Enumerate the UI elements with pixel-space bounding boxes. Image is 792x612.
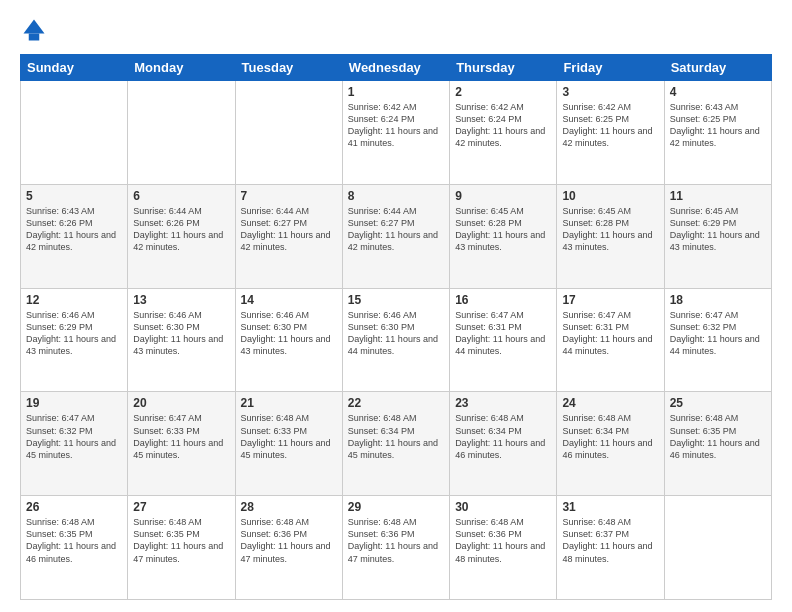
day-number: 12 <box>26 293 122 307</box>
weekday-header-thursday: Thursday <box>450 55 557 81</box>
day-info: Sunrise: 6:46 AMSunset: 6:30 PMDaylight:… <box>241 309 337 358</box>
day-info: Sunrise: 6:46 AMSunset: 6:30 PMDaylight:… <box>348 309 444 358</box>
day-number: 9 <box>455 189 551 203</box>
calendar-cell: 19Sunrise: 6:47 AMSunset: 6:32 PMDayligh… <box>21 392 128 496</box>
day-number: 17 <box>562 293 658 307</box>
calendar-cell: 3Sunrise: 6:42 AMSunset: 6:25 PMDaylight… <box>557 81 664 185</box>
day-number: 13 <box>133 293 229 307</box>
calendar-cell: 16Sunrise: 6:47 AMSunset: 6:31 PMDayligh… <box>450 288 557 392</box>
calendar-cell <box>128 81 235 185</box>
day-info: Sunrise: 6:48 AMSunset: 6:34 PMDaylight:… <box>562 412 658 461</box>
calendar-cell: 4Sunrise: 6:43 AMSunset: 6:25 PMDaylight… <box>664 81 771 185</box>
calendar-cell: 17Sunrise: 6:47 AMSunset: 6:31 PMDayligh… <box>557 288 664 392</box>
day-info: Sunrise: 6:48 AMSunset: 6:33 PMDaylight:… <box>241 412 337 461</box>
day-info: Sunrise: 6:48 AMSunset: 6:35 PMDaylight:… <box>26 516 122 565</box>
day-number: 4 <box>670 85 766 99</box>
day-info: Sunrise: 6:48 AMSunset: 6:36 PMDaylight:… <box>455 516 551 565</box>
day-info: Sunrise: 6:45 AMSunset: 6:28 PMDaylight:… <box>455 205 551 254</box>
calendar-cell: 6Sunrise: 6:44 AMSunset: 6:26 PMDaylight… <box>128 184 235 288</box>
day-info: Sunrise: 6:45 AMSunset: 6:28 PMDaylight:… <box>562 205 658 254</box>
day-info: Sunrise: 6:47 AMSunset: 6:31 PMDaylight:… <box>455 309 551 358</box>
day-info: Sunrise: 6:48 AMSunset: 6:37 PMDaylight:… <box>562 516 658 565</box>
day-info: Sunrise: 6:42 AMSunset: 6:24 PMDaylight:… <box>455 101 551 150</box>
day-info: Sunrise: 6:48 AMSunset: 6:35 PMDaylight:… <box>670 412 766 461</box>
weekday-header-saturday: Saturday <box>664 55 771 81</box>
day-info: Sunrise: 6:47 AMSunset: 6:31 PMDaylight:… <box>562 309 658 358</box>
day-number: 30 <box>455 500 551 514</box>
day-info: Sunrise: 6:48 AMSunset: 6:36 PMDaylight:… <box>348 516 444 565</box>
day-number: 2 <box>455 85 551 99</box>
week-row-1: 1Sunrise: 6:42 AMSunset: 6:24 PMDaylight… <box>21 81 772 185</box>
day-number: 23 <box>455 396 551 410</box>
calendar-cell: 9Sunrise: 6:45 AMSunset: 6:28 PMDaylight… <box>450 184 557 288</box>
calendar-cell: 7Sunrise: 6:44 AMSunset: 6:27 PMDaylight… <box>235 184 342 288</box>
header <box>20 16 772 44</box>
logo-icon <box>20 16 48 44</box>
day-info: Sunrise: 6:46 AMSunset: 6:30 PMDaylight:… <box>133 309 229 358</box>
day-info: Sunrise: 6:43 AMSunset: 6:26 PMDaylight:… <box>26 205 122 254</box>
day-info: Sunrise: 6:46 AMSunset: 6:29 PMDaylight:… <box>26 309 122 358</box>
calendar-cell: 1Sunrise: 6:42 AMSunset: 6:24 PMDaylight… <box>342 81 449 185</box>
svg-marker-0 <box>24 20 45 34</box>
day-number: 3 <box>562 85 658 99</box>
logo <box>20 16 52 44</box>
week-row-2: 5Sunrise: 6:43 AMSunset: 6:26 PMDaylight… <box>21 184 772 288</box>
day-info: Sunrise: 6:44 AMSunset: 6:26 PMDaylight:… <box>133 205 229 254</box>
weekday-header-friday: Friday <box>557 55 664 81</box>
calendar-cell: 14Sunrise: 6:46 AMSunset: 6:30 PMDayligh… <box>235 288 342 392</box>
week-row-5: 26Sunrise: 6:48 AMSunset: 6:35 PMDayligh… <box>21 496 772 600</box>
calendar-table: SundayMondayTuesdayWednesdayThursdayFrid… <box>20 54 772 600</box>
calendar-cell: 10Sunrise: 6:45 AMSunset: 6:28 PMDayligh… <box>557 184 664 288</box>
calendar-cell: 26Sunrise: 6:48 AMSunset: 6:35 PMDayligh… <box>21 496 128 600</box>
day-info: Sunrise: 6:48 AMSunset: 6:34 PMDaylight:… <box>348 412 444 461</box>
day-info: Sunrise: 6:48 AMSunset: 6:34 PMDaylight:… <box>455 412 551 461</box>
calendar-cell: 30Sunrise: 6:48 AMSunset: 6:36 PMDayligh… <box>450 496 557 600</box>
day-number: 21 <box>241 396 337 410</box>
calendar-cell: 25Sunrise: 6:48 AMSunset: 6:35 PMDayligh… <box>664 392 771 496</box>
day-number: 10 <box>562 189 658 203</box>
day-number: 5 <box>26 189 122 203</box>
day-number: 19 <box>26 396 122 410</box>
day-info: Sunrise: 6:42 AMSunset: 6:24 PMDaylight:… <box>348 101 444 150</box>
calendar-cell: 29Sunrise: 6:48 AMSunset: 6:36 PMDayligh… <box>342 496 449 600</box>
day-number: 18 <box>670 293 766 307</box>
day-number: 27 <box>133 500 229 514</box>
day-number: 11 <box>670 189 766 203</box>
calendar-cell: 18Sunrise: 6:47 AMSunset: 6:32 PMDayligh… <box>664 288 771 392</box>
day-number: 15 <box>348 293 444 307</box>
calendar-cell: 13Sunrise: 6:46 AMSunset: 6:30 PMDayligh… <box>128 288 235 392</box>
calendar-cell: 22Sunrise: 6:48 AMSunset: 6:34 PMDayligh… <box>342 392 449 496</box>
day-number: 16 <box>455 293 551 307</box>
day-number: 14 <box>241 293 337 307</box>
day-number: 6 <box>133 189 229 203</box>
calendar-cell: 23Sunrise: 6:48 AMSunset: 6:34 PMDayligh… <box>450 392 557 496</box>
calendar-cell: 8Sunrise: 6:44 AMSunset: 6:27 PMDaylight… <box>342 184 449 288</box>
calendar-cell: 2Sunrise: 6:42 AMSunset: 6:24 PMDaylight… <box>450 81 557 185</box>
day-number: 8 <box>348 189 444 203</box>
day-info: Sunrise: 6:47 AMSunset: 6:32 PMDaylight:… <box>26 412 122 461</box>
weekday-header-monday: Monday <box>128 55 235 81</box>
day-number: 22 <box>348 396 444 410</box>
calendar-cell: 28Sunrise: 6:48 AMSunset: 6:36 PMDayligh… <box>235 496 342 600</box>
day-number: 7 <box>241 189 337 203</box>
day-info: Sunrise: 6:47 AMSunset: 6:33 PMDaylight:… <box>133 412 229 461</box>
day-number: 1 <box>348 85 444 99</box>
day-info: Sunrise: 6:43 AMSunset: 6:25 PMDaylight:… <box>670 101 766 150</box>
svg-rect-1 <box>29 34 40 41</box>
calendar-cell: 21Sunrise: 6:48 AMSunset: 6:33 PMDayligh… <box>235 392 342 496</box>
page: SundayMondayTuesdayWednesdayThursdayFrid… <box>0 0 792 612</box>
calendar-cell: 12Sunrise: 6:46 AMSunset: 6:29 PMDayligh… <box>21 288 128 392</box>
calendar-cell <box>21 81 128 185</box>
day-number: 26 <box>26 500 122 514</box>
weekday-header-tuesday: Tuesday <box>235 55 342 81</box>
week-row-4: 19Sunrise: 6:47 AMSunset: 6:32 PMDayligh… <box>21 392 772 496</box>
day-info: Sunrise: 6:47 AMSunset: 6:32 PMDaylight:… <box>670 309 766 358</box>
day-info: Sunrise: 6:44 AMSunset: 6:27 PMDaylight:… <box>348 205 444 254</box>
day-number: 31 <box>562 500 658 514</box>
calendar-cell: 15Sunrise: 6:46 AMSunset: 6:30 PMDayligh… <box>342 288 449 392</box>
day-info: Sunrise: 6:48 AMSunset: 6:35 PMDaylight:… <box>133 516 229 565</box>
calendar-cell: 11Sunrise: 6:45 AMSunset: 6:29 PMDayligh… <box>664 184 771 288</box>
calendar-cell <box>664 496 771 600</box>
day-number: 20 <box>133 396 229 410</box>
calendar-cell: 5Sunrise: 6:43 AMSunset: 6:26 PMDaylight… <box>21 184 128 288</box>
